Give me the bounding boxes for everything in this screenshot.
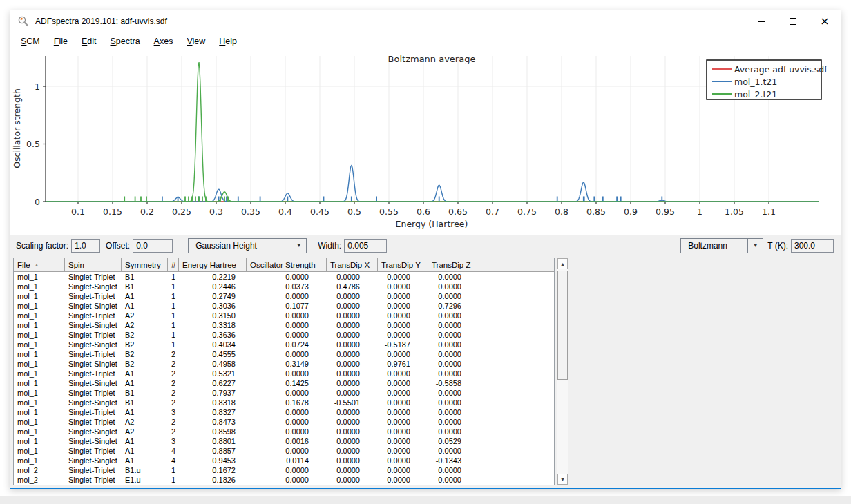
adfspectra-window: ADFspectra 2019.101: adf-uvvis.sdf × SCM… [10,10,841,489]
table-row[interactable]: mol_1Singlet-TripletB210.36360.00000.000… [14,330,554,340]
cell: 0.0000 [378,407,428,417]
cell: -0.5858 [428,378,479,388]
column-header-file[interactable]: File▲ [14,258,65,272]
cell: Singlet-Triplet [65,330,122,340]
column-header-symmetry[interactable]: Symmetry [122,258,168,272]
cell-empty [479,407,554,417]
cell: 0.2749 [179,291,247,301]
table-row[interactable]: mol_1Singlet-TripletB120.79370.00000.000… [14,388,554,398]
cell: 0.4786 [327,282,378,291]
cell: 0.0000 [428,272,479,282]
table-row[interactable]: mol_1Singlet-SingletA210.33180.00000.000… [14,320,554,330]
column-header-transdip-z[interactable]: TransDip Z [428,258,479,272]
cell: 0.0000 [327,369,378,378]
cell: mol_1 [14,272,65,282]
temperature-input[interactable] [791,239,834,253]
svg-text:Energy (Hartree): Energy (Hartree) [396,219,468,229]
cell: 0.0000 [247,446,327,456]
cell: 2 [168,398,179,407]
menu-help[interactable]: Help [214,35,242,48]
table-row[interactable]: mol_1Singlet-TripletA210.31500.00000.000… [14,311,554,320]
table-row[interactable]: mol_1Singlet-SingletA130.88010.00160.000… [14,436,554,446]
scaling-factor-input[interactable] [71,239,100,253]
cell: 3 [168,436,179,446]
menu-scm[interactable]: SCM [16,35,45,48]
cell: B1 [122,282,168,291]
cell-empty [479,369,554,378]
table-row[interactable]: mol_1Singlet-TripletA110.27490.00000.000… [14,291,554,301]
cell: Singlet-Triplet [65,446,122,456]
cell: B1 [122,388,168,398]
cell: B1 [122,272,168,282]
cell: 0.2446 [179,282,247,291]
svg-text:0.8: 0.8 [555,206,568,217]
cell: 0.0000 [247,465,327,475]
cell: Singlet-Singlet [65,340,122,349]
column-header-energy-hartree[interactable]: Energy Hartree [179,258,247,272]
menu-file[interactable]: File [49,35,73,48]
cell: 0.0000 [428,320,479,330]
table-row[interactable]: mol_1Singlet-SingletA140.94530.01140.000… [14,456,554,465]
cell: 0.0000 [327,427,378,436]
menu-spectra[interactable]: Spectra [106,35,145,48]
cell: mol_1 [14,388,65,398]
column-header-oscillator-strength[interactable]: Oscillator Strength [247,258,327,272]
table-row[interactable]: mol_1Singlet-TripletA220.84730.00000.000… [14,417,554,427]
table-row[interactable]: mol_1Singlet-SingletB210.40340.07240.000… [14,340,554,349]
menu-view[interactable]: View [182,35,210,48]
svg-text:mol_2.t21: mol_2.t21 [734,89,777,99]
svg-text:0.4: 0.4 [278,206,292,217]
scroll-down-button[interactable]: ▼ [557,474,568,485]
cell: B2 [122,340,168,349]
table-row[interactable]: mol_1Singlet-SingletB110.24460.03730.478… [14,282,554,291]
cell: A2 [122,311,168,320]
table-row[interactable]: mol_1Singlet-SingletA220.85980.00000.000… [14,427,554,436]
maximize-button[interactable] [777,10,809,32]
table-row[interactable]: mol_1Singlet-TripletA120.53210.00000.000… [14,369,554,378]
cell: 0.0000 [428,330,479,340]
cell: B2 [122,349,168,359]
spectra-chart[interactable]: 0.10.150.20.250.30.350.40.450.50.550.60.… [10,50,841,235]
table-row[interactable]: mol_1Singlet-SingletA120.62270.14250.000… [14,378,554,388]
cell: 0.0000 [247,320,327,330]
cell: 0.2219 [179,272,247,282]
vertical-scrollbar[interactable]: ▲ ▼ [557,258,568,485]
cell-empty [479,340,554,349]
cell: 0.5321 [179,369,247,378]
cell: A2 [122,320,168,330]
close-button[interactable]: × [809,10,841,32]
lineshape-select[interactable]: Gaussian Height ▼ [188,238,307,253]
table-row[interactable]: mol_1Singlet-SingletA110.30360.10770.000… [14,301,554,311]
table-row[interactable]: mol_1Singlet-SingletB220.49580.31490.000… [14,359,554,369]
table-row[interactable]: mol_1Singlet-TripletA130.83270.00000.000… [14,407,554,417]
chevron-down-icon: ▼ [291,239,306,253]
scrollbar-thumb[interactable] [557,271,568,380]
average-mode-select[interactable]: Boltzmann ▼ [680,238,763,253]
table-row[interactable]: mol_2Singlet-TripletB1.u10.16720.00000.0… [14,465,554,475]
table-row[interactable]: mol_1Singlet-SingletB120.83180.1678-0.55… [14,398,554,407]
cell: B1 [122,398,168,407]
cell: mol_1 [14,378,65,388]
cell: mol_1 [14,291,65,301]
offset-input[interactable] [133,239,173,253]
width-input[interactable] [344,239,387,253]
menu-edit[interactable]: Edit [77,35,102,48]
close-icon: × [820,16,829,27]
scroll-up-button[interactable]: ▲ [557,258,568,269]
cell: A1 [122,301,168,311]
column-header-transdip-x[interactable]: TransDip X [327,258,378,272]
column-header-transdip-y[interactable]: TransDip Y [378,258,428,272]
table-row[interactable]: mol_1Singlet-TripletB220.45550.00000.000… [14,349,554,359]
minimize-button[interactable] [745,10,777,32]
cell: 0.1077 [247,301,327,311]
table-row[interactable]: mol_2Singlet-TripletE1.u10.18260.00000.0… [14,475,554,485]
cell: mol_1 [14,330,65,340]
cell: 0.0000 [327,349,378,359]
table-row[interactable]: mol_1Singlet-TripletA140.88570.00000.000… [14,446,554,456]
table-row[interactable]: mol_1Singlet-TripletB110.22190.00000.000… [14,272,554,282]
column-header--[interactable]: # [168,258,179,272]
cell: Singlet-Triplet [65,311,122,320]
column-header-spin[interactable]: Spin [65,258,122,272]
menu-axes[interactable]: Axes [149,35,178,48]
cell: 0.4034 [179,340,247,349]
